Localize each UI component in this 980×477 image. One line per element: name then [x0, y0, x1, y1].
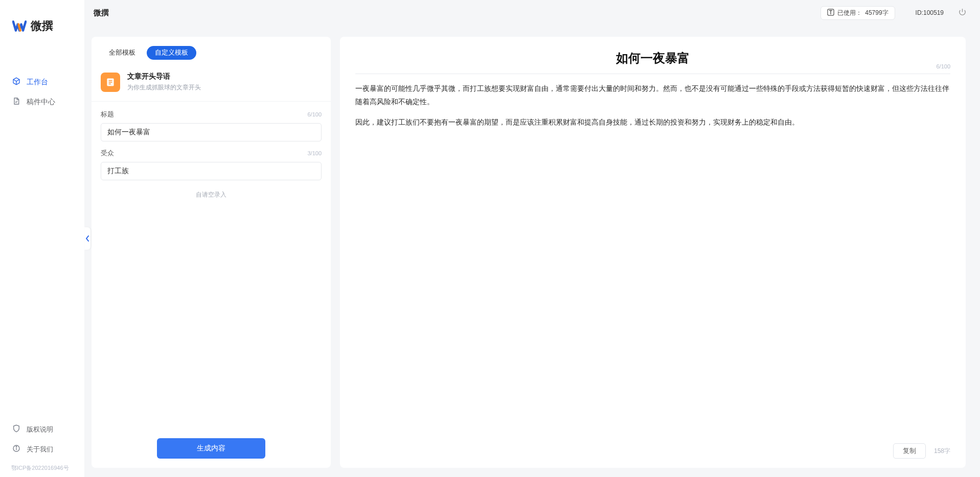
sidebar-item-label: 稿件中心 [27, 98, 55, 107]
tab-all-templates[interactable]: 全部模板 [101, 46, 144, 60]
doc-edit-icon [12, 97, 20, 107]
result-header: 如何一夜暴富 6/100 [355, 50, 950, 74]
tab-custom-template[interactable]: 自定义模板 [147, 46, 196, 60]
result-title-counter: 6/100 [936, 63, 950, 69]
field-audience: 受众 3/100 [101, 149, 322, 180]
sidebar-item-label: 关于我们 [27, 445, 53, 454]
svg-point-2 [16, 446, 16, 447]
sidebar-item-label: 版权说明 [27, 425, 53, 434]
template-type-icon [101, 73, 120, 92]
template-header: 文章开头导语 为你生成抓眼球的文章开头 [92, 65, 331, 102]
sidebar-item-about[interactable]: 关于我们 [4, 439, 80, 459]
sidebar-footer: 版权说明 关于我们 [0, 419, 84, 462]
result-panel: 如何一夜暴富 6/100 一夜暴富的可能性几乎微乎其微，而打工族想要实现财富自由… [340, 37, 966, 468]
form-hint: 自请空录入 [101, 190, 322, 199]
info-icon [12, 444, 20, 454]
topbar: 微撰 已使用： 45799字 ID:100519 [84, 0, 980, 26]
power-button[interactable] [958, 8, 967, 18]
copy-button[interactable]: 复制 [893, 443, 926, 459]
audience-input[interactable] [101, 162, 322, 180]
result-body[interactable]: 一夜暴富的可能性几乎微乎其微，而打工族想要实现财富自由，通常需要付出大量的时间和… [355, 82, 950, 438]
sidebar-collapse-handle[interactable] [84, 227, 90, 250]
word-count: 158字 [934, 447, 950, 456]
text-count-icon [827, 9, 834, 17]
sidebar-item-label: 工作台 [27, 78, 48, 87]
page-title: 微撰 [94, 8, 109, 18]
usage-value: 45799字 [865, 9, 888, 17]
char-counter: 6/100 [307, 111, 322, 117]
shield-icon [12, 424, 20, 434]
result-paragraph: 一夜暴富的可能性几乎微乎其微，而打工族想要实现财富自由，通常需要付出大量的时间和… [355, 82, 950, 109]
usage-label: 已使用： [837, 9, 862, 17]
config-panel: 全部模板 自定义模板 文章开头导语 为你生成抓眼球的文章开头 标题 [92, 37, 331, 468]
template-title: 文章开头导语 [127, 72, 201, 81]
user-id: ID:100519 [916, 9, 944, 16]
template-description: 为你生成抓眼球的文章开头 [127, 83, 201, 92]
generate-button[interactable]: 生成内容 [157, 438, 265, 459]
sidebar-item-drafts[interactable]: 稿件中心 [4, 92, 80, 112]
result-paragraph: 因此，建议打工族们不要抱有一夜暴富的期望，而是应该注重积累财富和提高自身技能，通… [355, 116, 950, 129]
char-counter: 3/100 [307, 150, 322, 156]
main: 微撰 已使用： 45799字 ID:100519 全部模板 自定义模板 [84, 0, 980, 477]
result-title: 如何一夜暴富 [355, 50, 950, 66]
template-tabs: 全部模板 自定义模板 [92, 46, 331, 65]
sidebar-item-copyright[interactable]: 版权说明 [4, 419, 80, 439]
sidebar: 微撰 工作台 稿件中心 版权说明 [0, 0, 84, 477]
main-nav: 工作台 稿件中心 [0, 72, 84, 112]
usage-badge[interactable]: 已使用： 45799字 [821, 6, 895, 20]
brand-name: 微撰 [31, 18, 53, 34]
config-form: 标题 6/100 受众 3/100 自请空录入 [92, 102, 331, 438]
result-footer: 复制 158字 [355, 438, 950, 459]
icp-text: 鄂ICP备2022016946号 [0, 462, 84, 477]
cube-icon [12, 77, 20, 87]
field-label: 受众 [101, 149, 114, 158]
field-label: 标题 [101, 110, 114, 119]
field-title: 标题 6/100 [101, 110, 322, 141]
workspace: 全部模板 自定义模板 文章开头导语 为你生成抓眼球的文章开头 标题 [84, 26, 980, 477]
logo-mark-icon [12, 19, 27, 33]
title-input[interactable] [101, 123, 322, 141]
sidebar-item-workbench[interactable]: 工作台 [4, 72, 80, 92]
brand-logo: 微撰 [0, 0, 84, 39]
